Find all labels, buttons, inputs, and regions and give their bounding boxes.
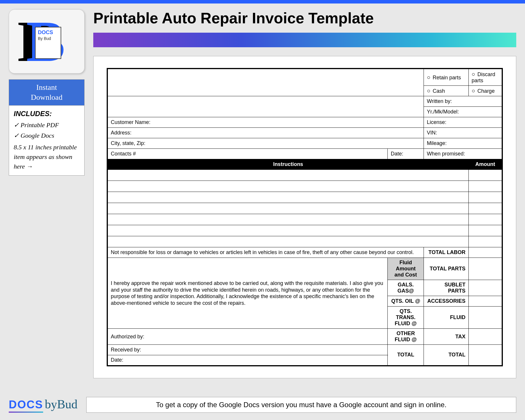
cash-option[interactable]: Cash bbox=[424, 86, 469, 96]
fluid-value[interactable] bbox=[468, 307, 502, 329]
customer-name-field[interactable]: Customer Name: bbox=[107, 117, 424, 128]
fluid-cost-header: Fluid Amount and Cost bbox=[388, 258, 424, 280]
footer-logo: DOCS byBud bbox=[9, 397, 78, 413]
instruction-row-4[interactable] bbox=[107, 203, 468, 214]
mileage-field[interactable]: Mileage: bbox=[424, 138, 502, 149]
retain-parts-option[interactable]: Retain parts bbox=[424, 69, 469, 86]
invoice-preview: Retain parts Discard parts Cash Charge W… bbox=[93, 56, 516, 378]
other-fluid-label: OTHER FLUID @ bbox=[388, 329, 424, 345]
accessories-label: ACCESSORIES bbox=[424, 296, 469, 307]
grand-total-value[interactable] bbox=[468, 345, 502, 366]
accessories-value[interactable] bbox=[468, 296, 502, 307]
includes-heading: INCLUDES: bbox=[14, 110, 80, 118]
grand-total-label: TOTAL bbox=[424, 345, 469, 366]
authorized-by-field[interactable]: Authorized by: bbox=[107, 329, 388, 345]
logo-box: B B DOCS By Bud bbox=[9, 9, 85, 74]
instruction-row-3[interactable] bbox=[107, 192, 468, 203]
charge-option[interactable]: Charge bbox=[468, 86, 502, 96]
blank-top-left bbox=[107, 69, 424, 96]
footer-section: DOCS byBud To get a copy of the Google D… bbox=[9, 397, 516, 413]
includes-description: 8.5 x 11 inches printable item appears a… bbox=[14, 142, 80, 171]
logo-bybud-text: By Bud bbox=[38, 36, 51, 41]
instruction-row-6[interactable] bbox=[107, 225, 468, 236]
license-field[interactable]: License: bbox=[424, 117, 502, 128]
right-content: Printable Auto Repair Invoice Template R… bbox=[93, 9, 516, 378]
footer-docs-text: DOCS bbox=[9, 398, 43, 413]
fluid-label: FLUID bbox=[424, 307, 469, 329]
written-by-field[interactable]: Written by: bbox=[424, 96, 502, 107]
date-field[interactable]: Date: bbox=[388, 149, 424, 159]
instruction-row-2[interactable] bbox=[107, 181, 468, 192]
includes-item-pdf: ✓ Printable PDF bbox=[14, 121, 80, 129]
main-container: B B DOCS By Bud InstantDownload INCLUDES… bbox=[0, 4, 525, 378]
amount-row-4[interactable] bbox=[468, 203, 502, 214]
blank-mid bbox=[107, 96, 424, 117]
gradient-divider bbox=[93, 33, 516, 47]
instruction-row-1[interactable] bbox=[107, 170, 468, 181]
amount-row-3[interactable] bbox=[468, 192, 502, 203]
amount-row-2[interactable] bbox=[468, 181, 502, 192]
sublet-parts-label: SUBLET PARTS bbox=[424, 280, 469, 296]
left-sidebar: B B DOCS By Bud InstantDownload INCLUDES… bbox=[9, 9, 85, 378]
tax-label: TAX bbox=[424, 329, 469, 345]
amount-row-1[interactable] bbox=[468, 170, 502, 181]
address-field[interactable]: Address: bbox=[107, 128, 424, 138]
footer-note: To get a copy of the Google Docs version… bbox=[86, 397, 516, 413]
gals-gas-label: GALS. GAS@ bbox=[388, 280, 424, 296]
contacts-field[interactable]: Contacts # bbox=[107, 149, 388, 159]
disclaimer-text: Not responsible for loss or damage to ve… bbox=[107, 247, 424, 258]
yr-mk-model-field[interactable]: Yr./Mk/Model: bbox=[424, 107, 502, 117]
invoice-table: Retain parts Discard parts Cash Charge W… bbox=[107, 68, 503, 366]
top-blue-bar bbox=[0, 0, 525, 4]
instant-download-badge: InstantDownload bbox=[9, 79, 85, 105]
instruction-row-5[interactable] bbox=[107, 214, 468, 225]
qts-trans-label: QTS. TRANS. FLUID @ bbox=[388, 307, 424, 329]
city-state-zip-field[interactable]: City, state, Zip: bbox=[107, 138, 424, 149]
includes-box: INCLUDES: ✓ Printable PDF ✓ Google Docs … bbox=[9, 105, 85, 176]
total-parts-value[interactable] bbox=[468, 258, 502, 280]
tax-value[interactable] bbox=[468, 329, 502, 345]
instructions-header: Instructions bbox=[107, 159, 468, 170]
fluid-total-label: TOTAL bbox=[388, 345, 424, 366]
instruction-row-7[interactable] bbox=[107, 236, 468, 247]
discard-parts-option[interactable]: Discard parts bbox=[468, 69, 502, 86]
date2-field[interactable]: Date: bbox=[107, 355, 388, 366]
logo-document-icon: DOCS By Bud bbox=[35, 27, 61, 59]
page-title: Printable Auto Repair Invoice Template bbox=[93, 9, 516, 27]
total-labor-label: TOTAL LABOR bbox=[424, 247, 469, 258]
authorization-text: I hereby approve the repair work mention… bbox=[107, 258, 388, 329]
qts-oil-label: QTS. OIL @ bbox=[388, 296, 424, 307]
amount-row-7[interactable] bbox=[468, 236, 502, 247]
amount-header: Amount bbox=[468, 159, 502, 170]
sublet-parts-value[interactable] bbox=[468, 280, 502, 296]
total-parts-label: TOTAL PARTS bbox=[424, 258, 469, 280]
vin-field[interactable]: VIN: bbox=[424, 128, 502, 138]
received-by-field[interactable]: Received by: bbox=[107, 345, 388, 355]
amount-row-6[interactable] bbox=[468, 225, 502, 236]
when-promised-field[interactable]: When promised: bbox=[424, 149, 502, 159]
includes-item-gdocs: ✓ Google Docs bbox=[14, 132, 80, 139]
logo-docs-text: DOCS bbox=[38, 29, 53, 35]
amount-row-5[interactable] bbox=[468, 214, 502, 225]
total-labor-value[interactable] bbox=[468, 247, 502, 258]
footer-bybud-text: byBud bbox=[45, 397, 78, 411]
